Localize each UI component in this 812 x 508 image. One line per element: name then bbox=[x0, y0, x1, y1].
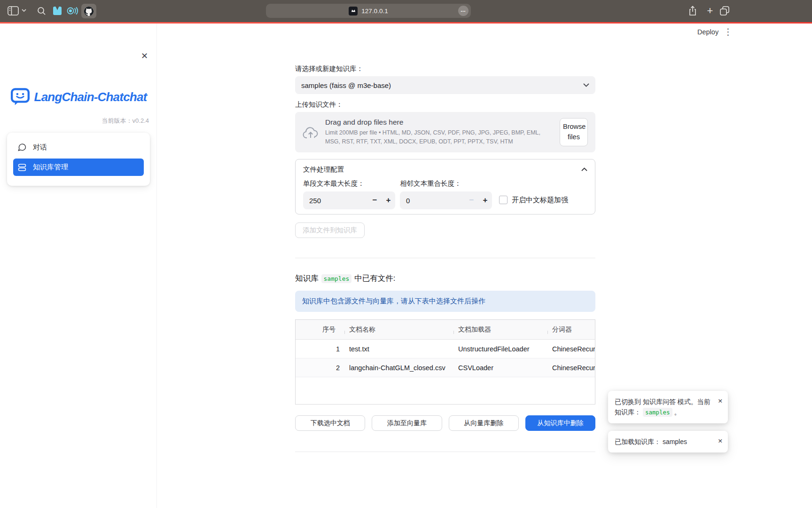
chat-bubble-logo-icon bbox=[10, 87, 30, 106]
tab-overview-icon[interactable] bbox=[719, 6, 730, 16]
cell-splitter: ChineseRecursiveT bbox=[547, 364, 595, 372]
menu-item-label: 对话 bbox=[33, 143, 47, 152]
chevron-up-icon bbox=[581, 167, 587, 171]
zh-title-enhance-label: 开启中文标题加强 bbox=[512, 196, 568, 205]
dropzone-limit: Limit 200MB per file • HTML, MD, JSON, C… bbox=[325, 128, 552, 146]
cell-loader: CSVLoader bbox=[453, 364, 547, 372]
main-content: 请选择或新建知识库： samples (faiss @ m3e-base) 上传… bbox=[295, 64, 595, 452]
info-box: 知识库中包含源文件与向量库，请从下表中选择文件后操作 bbox=[295, 291, 595, 312]
sidebar-toggle-icon[interactable] bbox=[8, 6, 19, 16]
overlap-minus-button[interactable]: − bbox=[465, 196, 478, 205]
cell-loader: UnstructuredFileLoader bbox=[453, 345, 547, 353]
divider bbox=[295, 452, 595, 452]
download-selected-button[interactable]: 下载选中文档 bbox=[295, 415, 365, 431]
browser-toolbar: 127.0.0.1 ••• + bbox=[0, 0, 812, 22]
new-tab-icon[interactable]: + bbox=[704, 4, 716, 17]
cell-name: test.txt bbox=[344, 345, 453, 353]
streamlit-favicon bbox=[349, 7, 358, 16]
url-text: 127.0.0.1 bbox=[361, 8, 388, 15]
toast-text: 已加载知识库： samples bbox=[615, 438, 687, 445]
toast-kb-loaded: 已加载知识库： samples ✕ bbox=[608, 431, 728, 452]
overlap-plus-button[interactable]: + bbox=[478, 196, 492, 205]
toast-close-icon[interactable]: ✕ bbox=[718, 437, 723, 446]
action-buttons-row: 下载选中文档 添加至向量库 从向量库删除 从知识库中删除 bbox=[295, 415, 595, 431]
expander-header[interactable]: 文件处理配置 bbox=[296, 159, 595, 179]
zh-title-enhance-group: 开启中文标题加强 bbox=[499, 191, 568, 209]
main-menu-kebab-icon[interactable]: ⋮ bbox=[724, 26, 733, 37]
toast-kb-code: samples bbox=[643, 408, 672, 417]
cell-index: 2 bbox=[318, 364, 344, 372]
file-dropzone[interactable]: Drag and drop files here Limit 200MB per… bbox=[295, 112, 595, 152]
browse-files-button[interactable]: Browse files bbox=[560, 118, 588, 146]
extension-bookmark-icon[interactable] bbox=[52, 5, 63, 16]
files-table: 序号 文档名称 文档加载器 分词器 1 test.txt Unstructure… bbox=[295, 319, 595, 405]
app-logo: LangChain-Chatchat bbox=[0, 87, 157, 106]
files-heading: 知识库 samples 中已有文件: bbox=[295, 273, 595, 284]
files-heading-prefix: 知识库 bbox=[295, 273, 319, 284]
share-icon[interactable] bbox=[688, 5, 697, 16]
toast-close-icon[interactable]: ✕ bbox=[718, 397, 723, 406]
column-header-index[interactable]: 序号 bbox=[318, 325, 344, 334]
dropzone-title: Drag and drop files here bbox=[325, 118, 552, 127]
dropzone-text: Drag and drop files here Limit 200MB per… bbox=[325, 118, 552, 146]
table-row[interactable]: 1 test.txt UnstructuredFileLoader Chines… bbox=[296, 340, 595, 358]
zh-title-enhance-checkbox[interactable] bbox=[499, 196, 508, 204]
deploy-button[interactable]: Deploy bbox=[697, 28, 718, 36]
overlap-size-value[interactable]: 0 bbox=[400, 197, 465, 205]
kb-selected-value: samples (faiss @ m3e-base) bbox=[301, 81, 391, 89]
kb-select-label: 请选择或新建知识库： bbox=[295, 64, 595, 73]
menu-item-label: 知识库管理 bbox=[33, 163, 68, 172]
chevron-down-icon[interactable] bbox=[22, 9, 26, 12]
app-title: LangChain-Chatchat bbox=[34, 90, 147, 104]
address-bar[interactable]: 127.0.0.1 ••• bbox=[266, 4, 471, 18]
github-icon bbox=[84, 6, 94, 16]
add-to-vector-store-button[interactable]: 添加至向量库 bbox=[372, 415, 442, 431]
chat-icon bbox=[17, 143, 27, 152]
page-settings-icon[interactable]: ••• bbox=[458, 6, 468, 16]
expander-title: 文件处理配置 bbox=[303, 165, 344, 174]
overlap-size-input[interactable]: 0 − + bbox=[400, 191, 492, 209]
chunk-plus-button[interactable]: + bbox=[382, 196, 395, 205]
table-row[interactable]: 2 langchain-ChatGLM_closed.csv CSVLoader… bbox=[296, 358, 595, 377]
layers-icon bbox=[17, 163, 27, 172]
overlap-size-label: 相邻文本重合长度： bbox=[400, 179, 492, 188]
chunk-minus-button[interactable]: − bbox=[368, 196, 382, 205]
delete-from-kb-button[interactable]: 从知识库中删除 bbox=[525, 415, 595, 431]
chunk-size-group: 单段文本最大长度： 250 − + bbox=[303, 179, 395, 209]
active-tab-github[interactable] bbox=[81, 4, 96, 18]
cell-splitter: ChineseRecursiveT bbox=[547, 345, 595, 353]
cloud-upload-icon bbox=[303, 126, 319, 139]
toast-mode-switched: 已切换到 知识库问答 模式。当前知识库： samples 。 ✕ bbox=[608, 391, 728, 423]
table-header-row: 序号 文档名称 文档加载器 分词器 bbox=[296, 320, 595, 340]
column-header-splitter[interactable]: 分词器 bbox=[547, 325, 595, 334]
chunk-size-input[interactable]: 250 − + bbox=[303, 191, 395, 209]
chevron-down-icon bbox=[583, 83, 589, 87]
kb-name-code: samples bbox=[321, 274, 352, 283]
menu-item-dialogue[interactable]: 对话 bbox=[13, 138, 144, 156]
cell-index: 1 bbox=[318, 345, 344, 353]
extension-radar-icon[interactable] bbox=[66, 5, 78, 16]
column-header-name[interactable]: 文档名称 bbox=[344, 325, 453, 334]
sidebar-close-icon[interactable]: ✕ bbox=[141, 51, 148, 61]
upload-label: 上传知识文件： bbox=[295, 100, 595, 109]
sidebar-menu: 对话 知识库管理 bbox=[7, 133, 150, 186]
app-root: 127.0.0.1 ••• + ✕ bbox=[0, 0, 812, 508]
menu-item-knowledge-base[interactable]: 知识库管理 bbox=[13, 159, 144, 176]
column-header-loader[interactable]: 文档加载器 bbox=[453, 325, 547, 334]
files-heading-suffix: 中已有文件: bbox=[354, 273, 395, 284]
search-icon[interactable] bbox=[37, 7, 46, 16]
divider bbox=[295, 258, 595, 258]
cell-name: langchain-ChatGLM_closed.csv bbox=[344, 364, 453, 372]
kb-selectbox[interactable]: samples (faiss @ m3e-base) bbox=[295, 76, 595, 94]
sidebar: ✕ LangChain-Chatchat 当前版本：v0.2.4 对话 bbox=[0, 24, 157, 508]
delete-from-vector-store-button[interactable]: 从向量库删除 bbox=[449, 415, 519, 431]
chunk-size-label: 单段文本最大长度： bbox=[303, 179, 395, 188]
add-files-button[interactable]: 添加文件到知识库 bbox=[295, 222, 365, 238]
chunk-size-value[interactable]: 250 bbox=[303, 197, 368, 205]
file-config-expander: 文件处理配置 单段文本最大长度： 250 − + 相邻文本重合长度： bbox=[295, 159, 595, 214]
toast-text: 。 bbox=[672, 408, 681, 416]
expander-body: 单段文本最大长度： 250 − + 相邻文本重合长度： 0 − + bbox=[296, 179, 595, 215]
overlap-size-group: 相邻文本重合长度： 0 − + bbox=[400, 179, 492, 209]
version-label: 当前版本：v0.2.4 bbox=[102, 117, 149, 125]
